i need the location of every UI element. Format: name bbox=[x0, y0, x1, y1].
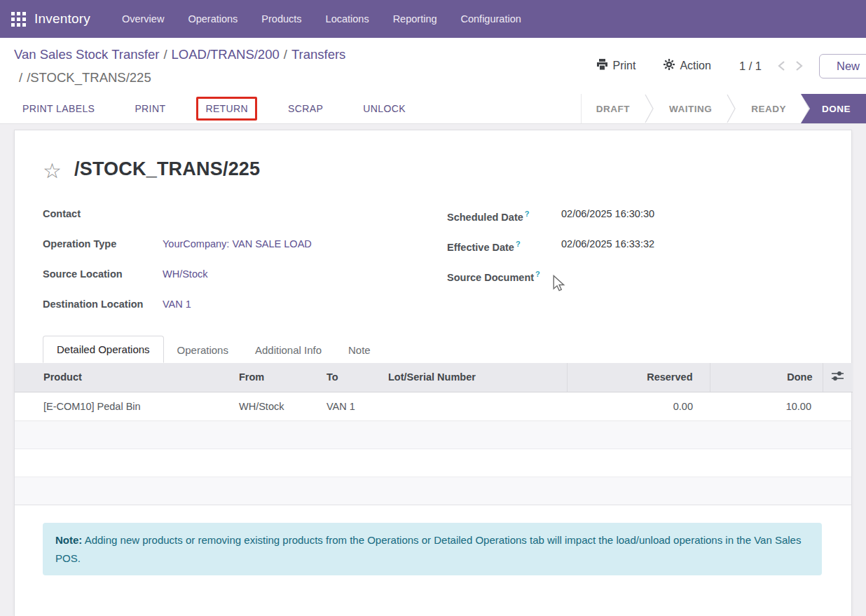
statusbar-separator-icon bbox=[645, 94, 654, 123]
control-panel: Van Sales Stock Transfer/LOAD/TRANS/200/… bbox=[0, 38, 866, 124]
empty-table-stripe bbox=[15, 449, 851, 477]
statusbar: DRAFT WAITING READY DONE bbox=[581, 94, 866, 123]
tab-detailed-operations[interactable]: Detailed Operations bbox=[43, 336, 164, 363]
tab-note[interactable]: Note bbox=[335, 337, 384, 363]
field-contact: Contact bbox=[43, 205, 447, 224]
info-alert-prefix: Note: bbox=[55, 534, 82, 546]
nav-item-locations[interactable]: Locations bbox=[314, 0, 381, 38]
field-label: Source Document? bbox=[447, 265, 561, 287]
breadcrumb-line-1: Van Sales Stock Transfer/LOAD/TRANS/200/… bbox=[14, 43, 345, 66]
breadcrumb: Van Sales Stock Transfer/LOAD/TRANS/200/… bbox=[14, 43, 345, 89]
breadcrumb-link-van-sales[interactable]: Van Sales Stock Transfer bbox=[14, 47, 159, 62]
help-icon: ? bbox=[535, 270, 540, 278]
cell-reserved[interactable]: 0.00 bbox=[567, 392, 710, 420]
favorite-star-icon[interactable]: ☆ bbox=[43, 159, 62, 183]
source-location-value[interactable]: WH/Stock bbox=[163, 265, 207, 284]
destination-location-value[interactable]: VAN 1 bbox=[163, 295, 191, 314]
info-alert: Note: Adding new products or removing ex… bbox=[43, 523, 822, 575]
help-icon: ? bbox=[525, 210, 530, 218]
field-label: Destination Location bbox=[43, 295, 163, 314]
column-header-reserved: Reserved bbox=[567, 363, 710, 392]
statusbar-step-waiting[interactable]: WAITING bbox=[654, 94, 727, 123]
column-header-from: From bbox=[232, 363, 319, 392]
printer-icon bbox=[596, 59, 608, 73]
pager-counter[interactable]: 1 / 1 bbox=[739, 60, 762, 73]
unlock-button[interactable]: UNLOCK bbox=[363, 103, 406, 114]
field-label: Contact bbox=[43, 205, 163, 224]
print-menu-button[interactable]: Print bbox=[596, 59, 636, 73]
empty-table-stripe bbox=[15, 421, 851, 449]
breadcrumb-separator: / bbox=[163, 47, 167, 62]
help-icon: ? bbox=[516, 240, 521, 248]
nav-item-operations[interactable]: Operations bbox=[176, 0, 249, 38]
scheduled-date-value[interactable]: 02/06/2025 16:30:30 bbox=[561, 205, 654, 227]
form-fields: Contact Operation Type YourCompany: VAN … bbox=[43, 205, 823, 325]
new-button[interactable]: New bbox=[819, 54, 866, 78]
cell-product[interactable]: [E-COM10] Pedal Bin bbox=[15, 392, 232, 420]
gear-icon bbox=[664, 59, 675, 73]
field-scheduled-date: Scheduled Date? 02/06/2025 16:30:30 bbox=[447, 205, 823, 227]
statusbar-step-draft[interactable]: DRAFT bbox=[582, 94, 645, 123]
column-header-done: Done bbox=[710, 363, 823, 392]
table-row[interactable]: [E-COM10] Pedal Bin WH/Stock VAN 1 0.00 … bbox=[15, 392, 853, 420]
nav-item-overview[interactable]: Overview bbox=[110, 0, 176, 38]
optional-columns-icon[interactable] bbox=[823, 363, 853, 392]
control-panel-actions: Print bbox=[596, 52, 866, 80]
column-header-to: To bbox=[319, 363, 381, 392]
column-header-product: Product bbox=[15, 363, 232, 392]
nav-item-configuration[interactable]: Configuration bbox=[449, 0, 533, 38]
breadcrumb-link-load-trans[interactable]: LOAD/TRANS/200 bbox=[172, 47, 280, 62]
info-alert-text: Adding new products or removing existing… bbox=[55, 534, 801, 564]
tab-additional-info[interactable]: Additional Info bbox=[242, 337, 335, 363]
statusbar-separator-icon bbox=[727, 94, 736, 123]
statusbar-step-ready[interactable]: READY bbox=[736, 94, 801, 123]
field-label: Source Location bbox=[43, 265, 163, 284]
breadcrumb-link-transfers[interactable]: Transfers bbox=[291, 47, 345, 62]
cell-done[interactable]: 10.00 bbox=[710, 392, 823, 420]
fields-right-column: Scheduled Date? 02/06/2025 16:30:30 Effe… bbox=[447, 205, 823, 325]
breadcrumb-separator: / bbox=[284, 47, 287, 62]
action-menu-label: Action bbox=[680, 60, 710, 72]
nav-item-reporting[interactable]: Reporting bbox=[381, 0, 449, 38]
cell-from[interactable]: WH/Stock bbox=[232, 392, 319, 420]
form-sheet: ☆ /STOCK_TRANS/225 Contact Operation Typ… bbox=[14, 130, 852, 616]
field-destination-location: Destination Location VAN 1 bbox=[43, 295, 447, 314]
print-button[interactable]: PRINT bbox=[135, 103, 165, 114]
field-operation-type: Operation Type YourCompany: VAN SALE LOA… bbox=[43, 235, 447, 254]
effective-date-value[interactable]: 02/06/2025 16:33:32 bbox=[561, 235, 654, 257]
nav-item-products[interactable]: Products bbox=[249, 0, 313, 38]
table-header-row: Product From To Lot/Serial Number Reserv… bbox=[15, 363, 853, 392]
column-header-lot-serial: Lot/Serial Number bbox=[381, 363, 567, 392]
pager-previous-icon[interactable] bbox=[773, 57, 790, 74]
cell-to[interactable]: VAN 1 bbox=[319, 392, 381, 420]
field-effective-date: Effective Date? 02/06/2025 16:33:32 bbox=[447, 235, 823, 257]
fields-left-column: Contact Operation Type YourCompany: VAN … bbox=[43, 205, 447, 325]
field-label: Effective Date? bbox=[447, 235, 561, 257]
action-menu-button[interactable]: Action bbox=[664, 59, 710, 73]
return-button[interactable]: RETURN bbox=[196, 97, 257, 121]
breadcrumb-separator: / bbox=[19, 70, 22, 85]
field-label: Operation Type bbox=[43, 235, 163, 254]
field-source-document: Source Document? bbox=[447, 265, 823, 287]
print-menu-label: Print bbox=[613, 60, 636, 72]
tab-operations[interactable]: Operations bbox=[164, 337, 242, 363]
notebook-tabs: Detailed Operations Operations Additiona… bbox=[43, 336, 384, 363]
field-label: Scheduled Date? bbox=[447, 205, 561, 227]
field-source-location: Source Location WH/Stock bbox=[43, 265, 447, 284]
operation-type-value[interactable]: YourCompany: VAN SALE LOAD bbox=[163, 235, 312, 254]
cell-lot-serial[interactable] bbox=[381, 392, 567, 420]
breadcrumb-line-2: //STOCK_TRANS/225 bbox=[14, 66, 345, 89]
print-labels-button[interactable]: PRINT LABELS bbox=[22, 103, 95, 114]
detailed-operations-table: Product From To Lot/Serial Number Reserv… bbox=[15, 363, 851, 505]
app-name[interactable]: Inventory bbox=[34, 11, 90, 27]
top-navbar: Inventory Overview Operations Products L… bbox=[0, 0, 866, 38]
record-title[interactable]: /STOCK_TRANS/225 bbox=[74, 158, 260, 180]
statusbar-step-done[interactable]: DONE bbox=[801, 94, 866, 123]
apps-grid-icon[interactable] bbox=[11, 12, 26, 27]
breadcrumb-current: /STOCK_TRANS/225 bbox=[27, 70, 151, 85]
scrap-button[interactable]: SCRAP bbox=[288, 103, 323, 114]
empty-table-stripe bbox=[15, 477, 851, 505]
pager-next-icon[interactable] bbox=[790, 57, 808, 74]
